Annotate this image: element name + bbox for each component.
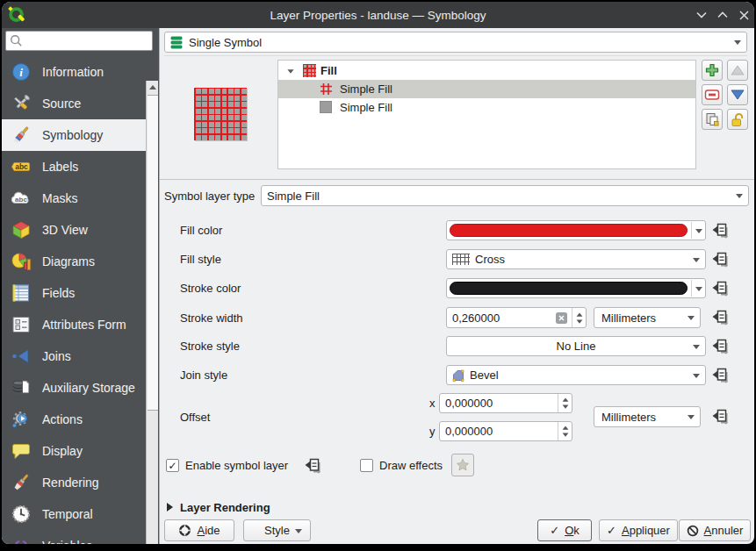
window-title: Layer Properties - landuse — Symbology [2,2,754,28]
clear-icon[interactable] [556,312,567,326]
sidebar-item-masks[interactable]: abc Masks [2,182,146,214]
offset-y-label: y [429,421,436,441]
sidebar-item-attributes-form[interactable]: Attributes Form [2,309,146,340]
join-arrow-icon [11,346,32,367]
cancel-button-label: Annuler [704,524,744,537]
move-down-button[interactable] [727,84,748,105]
sidebar-item-actions[interactable]: Actions [2,404,146,435]
join-style-label: Join style [180,365,227,385]
svg-text:abc: abc [15,162,28,171]
help-button-label: Aide [197,524,220,537]
sidebar-item-diagrams[interactable]: Diagrams [2,246,146,277]
sidebar-item-label: Attributes Form [42,318,126,332]
join-style-combo[interactable]: Bevel [446,365,706,385]
chevron-down-icon [693,258,700,262]
fill-style-value: Cross [475,253,505,266]
tree-item-label: Simple Fill [340,82,392,96]
svg-text:i: i [19,66,23,79]
remove-symbol-layer-button[interactable] [702,84,723,105]
sidebar-item-auxiliary-storage[interactable]: Auxiliary Storage [2,372,146,404]
sidebar-item-labels[interactable]: abc Labels [2,151,146,182]
effects-star-button[interactable] [451,454,474,476]
style-menu-button[interactable]: Style [243,519,311,541]
renderer-combo[interactable]: Single Symbol [164,32,747,53]
ok-button[interactable]: ✓ Ok [537,519,592,541]
titlebar: Layer Properties - landuse — Symbology [2,2,754,28]
lock-button[interactable] [727,109,748,130]
enable-symbol-layer-checkbox[interactable]: ✓ [166,459,179,472]
apply-button[interactable]: ✓ Appliquer [599,519,678,541]
offset-label: Offset [180,406,210,427]
data-defined-override-button[interactable] [304,457,321,477]
close-button[interactable] [736,7,752,23]
stroke-style-combo[interactable]: No Line [446,336,706,356]
symbol-layer-type-value: Simple Fill [267,190,320,203]
renderer-combo-value: Single Symbol [189,36,262,49]
stroke-width-unit-combo[interactable]: Millimeters [594,307,701,328]
move-up-button[interactable] [727,60,748,81]
swatch-divider [691,222,692,239]
chevron-down-icon [688,316,695,320]
draw-effects-label: Draw effects [379,456,443,474]
sidebar-item-joins[interactable]: Joins [2,340,146,372]
sidebar-item-fields[interactable]: Fields [2,277,146,309]
duplicate-button[interactable] [702,109,723,130]
stroke-width-input[interactable]: 0,260000 [446,307,587,328]
spinner-arrows[interactable] [558,422,572,440]
data-defined-override-button[interactable] [711,408,729,428]
spinner-arrows[interactable] [558,394,572,412]
sidebar-search-input[interactable] [5,31,153,51]
offset-x-input[interactable]: 0,000000 [439,393,572,413]
data-defined-override-button[interactable] [711,251,729,271]
single-symbol-icon [170,36,183,49]
sidebar-item-symbology[interactable]: Symbology [2,119,146,151]
data-defined-override-button[interactable] [711,367,729,387]
help-buoy-icon [178,524,191,537]
layer-rendering-group[interactable]: Layer Rendering [167,498,270,516]
sidebar-item-label: Auxiliary Storage [42,381,135,395]
offset-unit-combo[interactable]: Millimeters [594,406,701,427]
sidebar-item-display[interactable]: Display [2,435,146,467]
cancel-icon [687,525,699,537]
fill-style-combo[interactable]: Cross [446,249,706,269]
sidebar-scrollbar[interactable] [146,81,158,544]
sidebar-item-variables[interactable]: Variables [2,530,146,544]
unit-value: Millimeters [601,411,656,424]
check-icon: ✓ [550,524,559,537]
sidebar-item-information[interactable]: i Information [2,56,146,88]
tree-row-simple-fill-2[interactable]: Simple Fill [278,98,695,116]
offset-y-input[interactable]: 0,000000 [439,421,572,441]
minimize-button[interactable] [694,7,709,23]
collapsed-arrow-icon[interactable] [167,503,173,512]
tree-row-simple-fill-1[interactable]: Simple Fill [278,80,695,98]
fill-style-label: Fill style [180,249,221,269]
draw-effects-checkbox[interactable] [360,459,373,472]
sidebar-item-label: Joins [42,349,71,363]
paintbrush-icon [11,125,32,146]
data-defined-override-button[interactable] [711,222,729,242]
expander-icon[interactable] [287,69,293,74]
data-defined-override-button[interactable] [711,309,729,329]
tree-item-label: Fill [320,64,337,77]
tree-row-fill[interactable]: Fill [278,62,695,80]
add-symbol-layer-button[interactable] [702,60,723,81]
data-defined-override-button[interactable] [711,280,729,300]
data-defined-override-button[interactable] [711,338,729,358]
sidebar-item-temporal[interactable]: Temporal [2,498,146,530]
chevron-down-icon [736,194,743,198]
sidebar-item-3d-view[interactable]: 3D View [2,214,146,246]
scrollbar-thumb[interactable] [148,95,158,411]
sidebar-item-rendering[interactable]: Rendering [2,467,146,498]
symbol-layer-type-combo[interactable]: Simple Fill [261,185,749,206]
fill-color-button[interactable] [446,220,706,240]
scroll-up-icon[interactable] [149,85,156,89]
sidebar-item-source[interactable]: Source [2,88,146,119]
cancel-button[interactable]: Annuler [679,519,751,541]
maximize-button[interactable] [715,7,731,23]
spinner-arrows[interactable] [572,308,586,327]
sidebar-item-label: Diagrams [42,254,95,268]
help-button[interactable]: Aide [164,519,234,541]
offset-y-value: 0,000000 [445,425,493,438]
stroke-color-button[interactable] [446,278,706,298]
sidebar-item-label: 3D View [42,223,88,237]
